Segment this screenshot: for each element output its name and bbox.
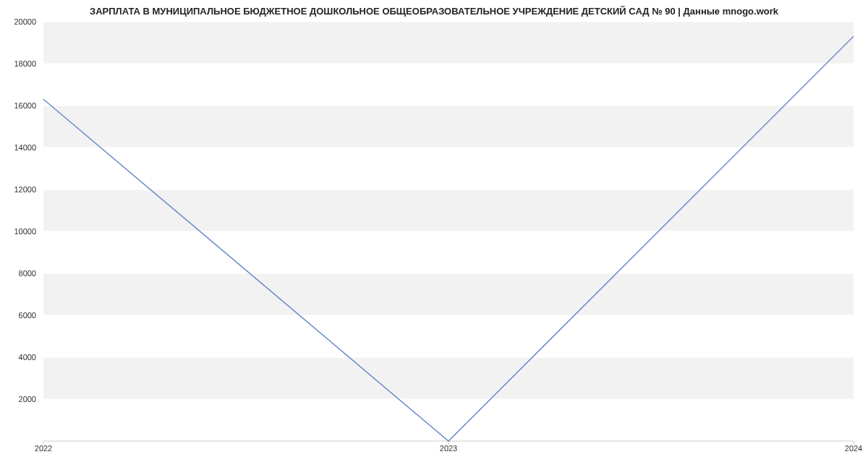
y-tick-label: 18000 xyxy=(1,59,36,68)
y-tick-label: 8000 xyxy=(1,269,36,278)
y-tick-label: 2000 xyxy=(1,395,36,403)
grid-band xyxy=(43,22,854,64)
grid-band xyxy=(43,357,854,399)
y-tick-label: 12000 xyxy=(1,185,36,194)
x-tick-label: 2023 xyxy=(440,444,457,453)
plot-area xyxy=(43,22,854,441)
grid-band xyxy=(43,189,854,231)
y-tick-label: 6000 xyxy=(1,311,36,320)
y-tick-label: 14000 xyxy=(1,143,36,152)
chart-svg xyxy=(43,22,854,441)
y-tick-label: 20000 xyxy=(1,17,36,26)
chart-title: ЗАРПЛАТА В МУНИЦИПАЛЬНОЕ БЮДЖЕТНОЕ ДОШКО… xyxy=(0,6,868,17)
grid-band xyxy=(43,273,854,315)
x-tick-label: 2022 xyxy=(35,444,52,453)
salary-line-chart: ЗАРПЛАТА В МУНИЦИПАЛЬНОЕ БЮДЖЕТНОЕ ДОШКО… xyxy=(0,0,868,470)
x-tick-label: 2024 xyxy=(845,444,862,453)
y-tick-label: 4000 xyxy=(1,353,36,362)
y-tick-label: 10000 xyxy=(1,227,36,236)
y-tick-label: 16000 xyxy=(1,101,36,110)
grid-band xyxy=(43,106,854,148)
